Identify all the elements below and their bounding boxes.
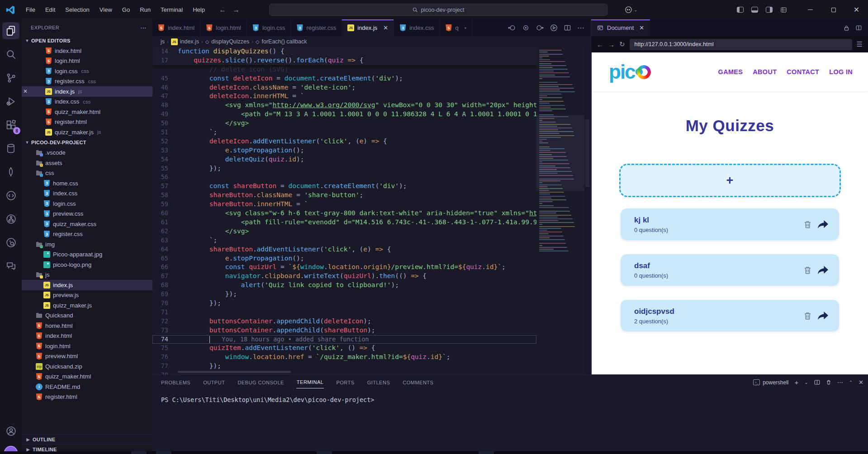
editor-tab-index.js[interactable]: JSindex.js✕ — [342, 19, 394, 36]
menu-view[interactable]: View — [95, 5, 116, 15]
project-root-header[interactable]: ▼ PICOO-DEV-PROJECT — [22, 137, 152, 148]
breadcrumb-index-js[interactable]: index.js — [180, 38, 199, 45]
breadcrumb-displayquizzes[interactable]: displayQuizzes — [211, 38, 249, 45]
tree-item-README.md[interactable]: iREADME.md — [22, 382, 152, 392]
copilot-icon[interactable]: ⌄ — [625, 6, 637, 14]
fork-circle-icon[interactable] — [2, 210, 19, 227]
tree-item-quizz_maker.js[interactable]: JSquizz_maker.js — [22, 300, 152, 311]
tree-item-assets[interactable]: assets — [22, 158, 152, 168]
new-terminal-icon[interactable]: + — [795, 378, 799, 386]
nav-link-games[interactable]: GAMES — [718, 68, 743, 76]
quiz-card-oidjcspvsd[interactable]: oidjcspvsd2 question(s) — [621, 300, 839, 331]
history-back-icon[interactable]: ← — [219, 6, 226, 14]
editor-tab-login.css[interactable]: 3login.css — [247, 19, 291, 36]
mongodb-icon[interactable] — [2, 163, 19, 180]
menu-selection[interactable]: Selection — [61, 5, 93, 15]
extensions-icon[interactable]: 8 — [2, 116, 19, 133]
tree-item-Quicksand[interactable]: Quicksand — [22, 311, 152, 321]
close-editor-icon[interactable]: ✕ — [22, 88, 29, 95]
tree-item-quizz_maker.html[interactable]: 5quizz_maker.html — [22, 372, 152, 382]
maximize-button[interactable] — [822, 0, 845, 19]
tree-item-css[interactable]: css — [22, 168, 152, 179]
database-icon[interactable] — [2, 140, 19, 157]
minimap[interactable] — [536, 47, 584, 374]
split-editor-icon[interactable] — [856, 25, 862, 31]
search-icon[interactable] — [2, 46, 19, 63]
terminal-prompt[interactable]: PS C:\Users\Titi\Desktop\uni\Media2\dev\… — [152, 390, 868, 403]
nav-link-about[interactable]: ABOUT — [753, 68, 777, 76]
tree-item-Picoo-apparaat.jpg[interactable]: Picoo-apparaat.jpg — [22, 250, 152, 260]
open-editor-index.js[interactable]: ✕JSindex.jsjs — [22, 86, 152, 97]
nav-link-contact[interactable]: CONTACT — [787, 68, 819, 76]
lock-icon[interactable] — [844, 25, 849, 31]
history-forward-icon[interactable]: → — [232, 6, 240, 14]
picoo-logo[interactable]: pic — [609, 62, 651, 82]
open-editor-quizz_maker.js[interactable]: JSquizz_maker.jsjs — [22, 127, 152, 137]
breadcrumb-foreach-callback[interactable]: forEach() callback — [261, 38, 307, 45]
delete-quiz-icon[interactable] — [803, 220, 812, 229]
editor-tab-index.html[interactable]: 5index.html — [152, 19, 200, 36]
panel-tab-gitlens[interactable]: GITLENS — [367, 377, 391, 388]
delete-quiz-icon[interactable] — [803, 311, 812, 321]
run-debug-icon[interactable] — [2, 93, 19, 110]
tree-item-.vscode[interactable]: .vscode — [22, 148, 152, 158]
nav-forward-circle-icon[interactable] — [536, 24, 544, 32]
comments-icon[interactable] — [2, 257, 19, 274]
share-quiz-icon[interactable] — [818, 265, 828, 275]
close-tab-icon[interactable]: ✕ — [383, 24, 388, 31]
url-input[interactable]: http://127.0.0.1:3000/index.html — [630, 39, 852, 50]
panel-tab-ports[interactable]: PORTS — [336, 377, 355, 388]
tree-item-preview.html[interactable]: 5preview.html — [22, 351, 152, 362]
tree-item-login.html[interactable]: 5login.html — [22, 341, 152, 351]
toggle-panel-icon[interactable] — [751, 7, 758, 13]
editor-scrollbar[interactable] — [584, 47, 591, 374]
share-quiz-icon[interactable] — [818, 311, 828, 321]
toggle-secondary-sidebar-icon[interactable] — [766, 7, 773, 13]
tree-item-img[interactable]: img — [22, 239, 152, 250]
browser-menu-icon[interactable]: ☰ — [857, 40, 863, 48]
tree-item-preview.css[interactable]: 3preview.css — [22, 209, 152, 219]
panel-tab-problems[interactable]: PROBLEMS — [161, 377, 191, 388]
panel-more-icon[interactable]: ⋯ — [837, 379, 843, 386]
tree-item-home.html[interactable]: 5home.html — [22, 321, 152, 331]
circle-icon[interactable] — [522, 24, 530, 32]
code-editor[interactable]: // delete icon (SVG)45 const deleteIcon … — [152, 47, 591, 374]
command-center-search[interactable]: picoo-dev-project — [269, 4, 607, 16]
editor-more-icon[interactable]: ⋯ — [577, 24, 584, 32]
editor-tab-index.css[interactable]: 3index.css — [394, 19, 440, 36]
minimize-button[interactable] — [799, 0, 822, 19]
tree-item-preview.js[interactable]: JSpreview.js — [22, 290, 152, 301]
menu-terminal[interactable]: Terminal — [157, 5, 187, 15]
quiz-card-kj-kl[interactable]: kj kl0 question(s) — [621, 208, 839, 240]
explorer-icon[interactable] — [2, 22, 19, 39]
close-tab-icon[interactable]: ✕ — [639, 24, 644, 31]
tree-item-index.js[interactable]: JSindex.js — [22, 280, 152, 290]
customize-layout-icon[interactable] — [780, 7, 787, 13]
delete-quiz-icon[interactable] — [803, 265, 812, 275]
tree-item-register.html[interactable]: 5register.html — [22, 392, 152, 402]
account-icon[interactable] — [2, 422, 19, 440]
editor-hscrollbar[interactable] — [178, 371, 291, 373]
split-terminal-icon[interactable] — [814, 379, 820, 385]
tree-item-quizz_maker.css[interactable]: 3quizz_maker.css — [22, 219, 152, 229]
panel-tab-comments[interactable]: COMMENTS — [402, 377, 434, 388]
editor-tab-register.css[interactable]: 3register.css — [291, 19, 342, 36]
add-quiz-button[interactable]: + — [619, 164, 841, 197]
terminal-dropdown-icon[interactable]: ⌄ — [804, 380, 808, 385]
panel-tab-output[interactable]: OUTPUT — [203, 377, 225, 388]
split-editor-icon[interactable] — [564, 24, 571, 31]
open-editor-register.css[interactable]: 3register.csscss — [22, 76, 152, 87]
open-editor-quizz_maker.html[interactable]: 5quizz_maker.html — [22, 107, 152, 117]
open-editor-login.css[interactable]: 3login.csscss — [22, 66, 152, 76]
panel-tab-debug-console[interactable]: DEBUG CONSOLE — [237, 377, 284, 388]
open-editor-index.css[interactable]: 3index.csscss — [22, 97, 152, 107]
tree-item-Quicksand.zip[interactable]: zipQuicksand.zip — [22, 361, 152, 372]
editor-tab-login.html[interactable]: 5login.html — [200, 19, 247, 36]
nav-link-log-in[interactable]: LOG IN — [829, 68, 853, 76]
toggle-sidebar-icon[interactable] — [737, 7, 744, 13]
browser-reload-icon[interactable]: ↻ — [619, 40, 625, 48]
nav-back-circle-icon[interactable] — [508, 24, 516, 32]
outline-section[interactable]: ▶OUTLINE — [22, 434, 152, 444]
menu-run[interactable]: Run — [136, 5, 155, 15]
code-preview-icon[interactable] — [2, 187, 19, 204]
